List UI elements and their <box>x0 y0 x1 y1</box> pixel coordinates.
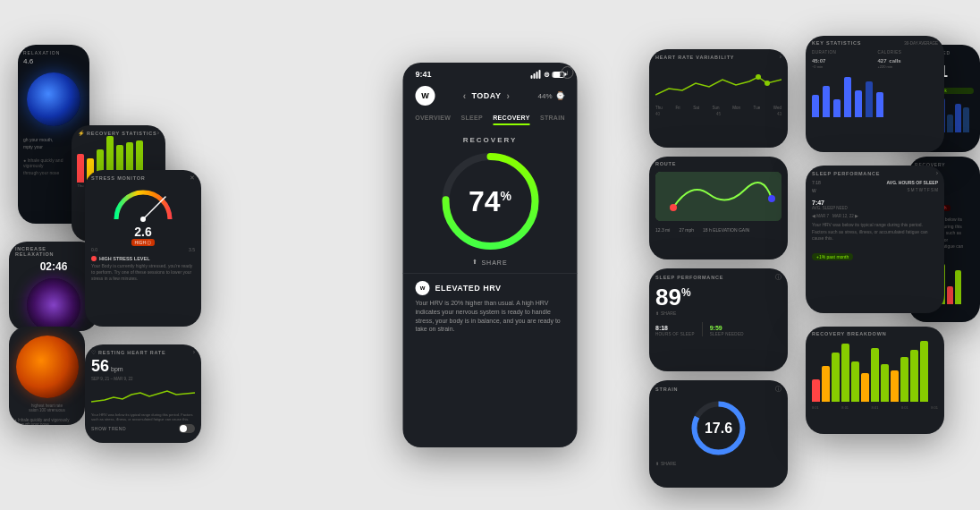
card-sleep-performance: SLEEP PERFORMANCE ⓘ 89% ⬆SHARE 8:18 HOUR… <box>649 268 788 371</box>
svg-rect-4 <box>655 172 781 221</box>
recovery-stats-arrow: › <box>157 130 159 136</box>
recovery-circle-container: i RECOVERY 74% <box>403 125 578 273</box>
stress-desc: Your Body is currently highly stressed, … <box>91 263 195 282</box>
stress-sub: HIGH STRESS LEVEL <box>99 256 150 261</box>
sleep-times: 8:18 HOURS OF SLEEP 9:59 SLEEP NEEDED <box>649 319 788 340</box>
key-stats-avg: 30-DAY AVERAGE <box>904 41 938 46</box>
sleep-avg-label: AVG. SLEEP NEED <box>812 206 938 210</box>
hrv-title: HEART RATE VARIABILITY <box>655 55 734 60</box>
route-title: ROUTE <box>655 161 676 166</box>
resting-dates: SEP 9, 21 – MAR 9, 22 <box>85 376 201 382</box>
sleep-long-stats: 7:18 AVG. HOURS OF SLEEP W S M T W T F S… <box>806 178 944 198</box>
sleep-desc: Your HRV was below its typical range dur… <box>806 220 944 244</box>
key-stats-chart <box>806 72 944 121</box>
status-bar: 9:41 ⊜ <box>403 63 578 82</box>
whoop-device-icon: ⌚ <box>555 91 565 100</box>
route-header: ROUTE <box>649 157 788 168</box>
tab-overview[interactable]: OVERVIEW <box>415 115 451 125</box>
relaxation-orb-2 <box>27 278 80 331</box>
date-nav: ‹ TODAY › <box>463 91 511 101</box>
next-arrow[interactable]: › <box>507 91 511 101</box>
sleep-pct: 89% <box>655 285 691 309</box>
breathe-orb <box>16 336 79 398</box>
elevated-hrv-text: Your HRV is 20% higher than usual. A hig… <box>416 299 565 334</box>
strain-title: STRAIN <box>655 387 678 392</box>
card-key-stats: KEY STATISTICS 30-DAY AVERAGE DURATION 4… <box>806 36 944 152</box>
duration-value: 45:07 <box>812 55 873 64</box>
card-sleep-long: SLEEP PERFORMANCE › 7:18 AVG. HOURS OF S… <box>806 166 944 313</box>
relaxation-title: RELAXATION <box>18 45 89 57</box>
show-trend-label: SHOW TREND <box>91 426 126 431</box>
duration-sub: ~0 min <box>812 64 873 69</box>
phone-main: 9:41 ⊜ W ‹ TODAY › <box>403 63 578 447</box>
battery-area: 44% ⌚ <box>537 91 564 100</box>
prev-arrow[interactable]: ‹ <box>463 91 467 101</box>
relaxation-orb <box>27 72 80 126</box>
bar-thu: Thu <box>77 154 84 188</box>
elevated-hrv-section: W ELEVATED HRV Your HRV is 20% higher th… <box>403 273 578 341</box>
header: W ‹ TODAY › 44% ⌚ <box>403 82 578 111</box>
signal-bars <box>531 70 541 79</box>
svg-point-6 <box>768 195 775 202</box>
calories-value: 427 calls <box>878 55 939 64</box>
recovery-breakdown-chart <box>806 338 944 405</box>
stress-level: HIGH ⓘ <box>131 239 156 246</box>
strain-value: 17.6 <box>705 421 732 437</box>
tabs: OVERVIEW SLEEP RECOVERY STRAIN <box>403 111 578 125</box>
tab-recovery[interactable]: RECOVERY <box>493 115 529 125</box>
elevated-logo: W <box>416 281 430 295</box>
svg-point-3 <box>756 74 761 80</box>
strain-header: STRAIN ⓘ <box>649 380 788 395</box>
recovery-circle: 74% <box>436 148 544 255</box>
card-breathe: highest heart ratession 100 strenuous ● … <box>9 327 85 425</box>
info-icon[interactable]: i <box>562 66 574 79</box>
battery-pct: 44% <box>537 92 552 100</box>
breathe-text: highest heart ratession 100 strenuous <box>9 402 85 414</box>
card-route: ROUTE 12.3 mi27 mph18 h ELEVATION GAIN <box>649 157 788 259</box>
svg-point-5 <box>670 204 677 211</box>
sleep-pill: +1% past month <box>812 253 853 260</box>
calories-sub: +220 min <box>878 64 939 69</box>
stress-value: 2.6 <box>85 225 201 238</box>
status-time: 9:41 <box>416 70 432 79</box>
resting-value: 56 <box>91 357 109 376</box>
sleep-long-header: SLEEP PERFORMANCE › <box>806 166 944 178</box>
scene: RELAXATION 4.6 gh your mouth,mpty your ●… <box>0 0 980 510</box>
date-label: TODAY <box>471 91 501 100</box>
sleep-share: ⬆SHARE <box>649 310 788 319</box>
resting-unit: bpm <box>111 366 123 372</box>
recovery-breakdown-title: RECOVERY BREAKDOWN <box>812 331 886 336</box>
show-trend-toggle[interactable] <box>179 424 195 433</box>
relaxation-value: 4.6 <box>18 57 89 65</box>
recovery-label: RECOVERY <box>463 136 518 144</box>
sleep-perf-title: SLEEP PERFORMANCE <box>655 275 723 280</box>
sleep-perf-header: SLEEP PERFORMANCE ⓘ <box>649 268 788 284</box>
tab-sleep[interactable]: SLEEP <box>460 115 482 125</box>
sleep-long-title: SLEEP PERFORMANCE <box>812 171 880 176</box>
show-trend-row: SHOW TREND <box>85 422 201 435</box>
strain-donut: 17.6 <box>689 399 748 457</box>
sleep-avg-val: 7:47 <box>812 200 938 206</box>
elevated-hrv-header: W ELEVATED HRV <box>416 281 565 295</box>
elevated-hrv-title: ELEVATED HRV <box>435 284 502 293</box>
whoop-logo: W <box>416 86 435 106</box>
increase-title: INCREASE RELAXATION <box>15 246 87 257</box>
tab-strain[interactable]: STRAIN <box>540 115 565 125</box>
card-stress: STRESS MONITOR ✕ 2. <box>85 170 201 327</box>
share-button[interactable]: ⬆ SHARE <box>472 259 507 266</box>
recovery-breakdown-header: RECOVERY BREAKDOWN <box>806 327 944 338</box>
svg-point-2 <box>765 81 770 86</box>
hrv-header: HEART RATE VARIABILITY › <box>649 49 788 62</box>
card-recovery-breakdown: RECOVERY BREAKDOWN 8:018:018:018:018:01 <box>806 327 944 434</box>
hrv-chart <box>655 64 781 104</box>
recovery-value: 74% <box>469 185 511 217</box>
key-stats-header: KEY STATISTICS 30-DAY AVERAGE <box>806 36 944 47</box>
recovery-stats-title: RECOVERY STATISTICS <box>87 131 157 136</box>
svg-line-0 <box>143 197 165 219</box>
card-strain: STRAIN ⓘ 17.6 ⬆SHARE <box>649 380 788 488</box>
recovery-stats-header: ⚡ RECOVERY STATISTICS › <box>72 125 165 138</box>
breathe-instruction: ● Inhale quickly and vigorously through … <box>9 414 85 425</box>
resting-desc: Your HRV was below its typical range dur… <box>85 412 201 422</box>
card-hrv: HEART RATE VARIABILITY › ThuFriSatSunMon… <box>649 49 788 148</box>
resting-title: RESTING HEART RATE <box>98 350 165 355</box>
